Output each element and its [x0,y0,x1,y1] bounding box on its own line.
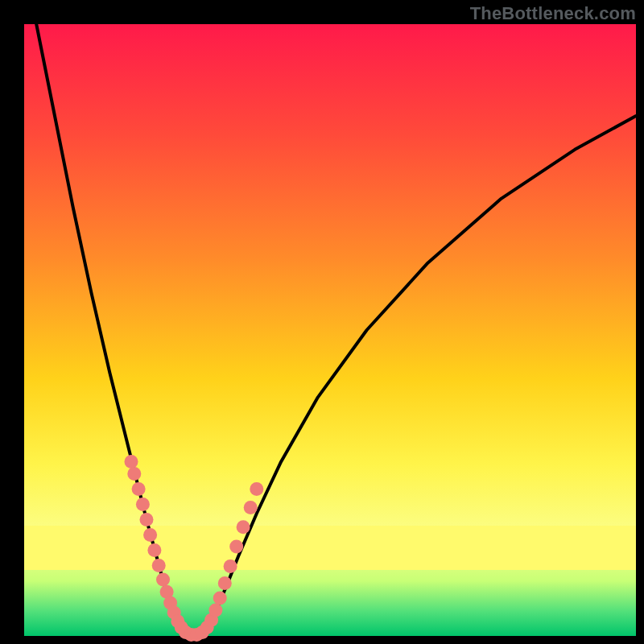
sample-dot [250,482,263,496]
sample-dot [143,528,157,542]
sample-dot [224,559,237,573]
sample-dots [125,455,264,642]
sample-dot [152,559,166,572]
sample-dot [244,501,258,514]
sample-dot [132,482,146,496]
sample-dot [213,591,227,605]
sample-dot [127,467,141,481]
sample-dot [237,520,250,534]
sample-dot [140,513,154,526]
chart-stage: TheBottleneck.com [0,0,644,644]
sample-dot [156,573,170,587]
plot-area [24,24,636,636]
sample-dot [136,497,150,511]
attribution-text: TheBottleneck.com [470,3,636,24]
sample-dot [147,543,161,557]
sample-dot [208,604,222,617]
sample-dot [125,455,138,469]
curve-left [36,24,183,636]
sample-dot [229,540,243,554]
sample-dot [218,576,232,590]
curve-right [201,116,636,636]
curves-layer [24,24,636,636]
